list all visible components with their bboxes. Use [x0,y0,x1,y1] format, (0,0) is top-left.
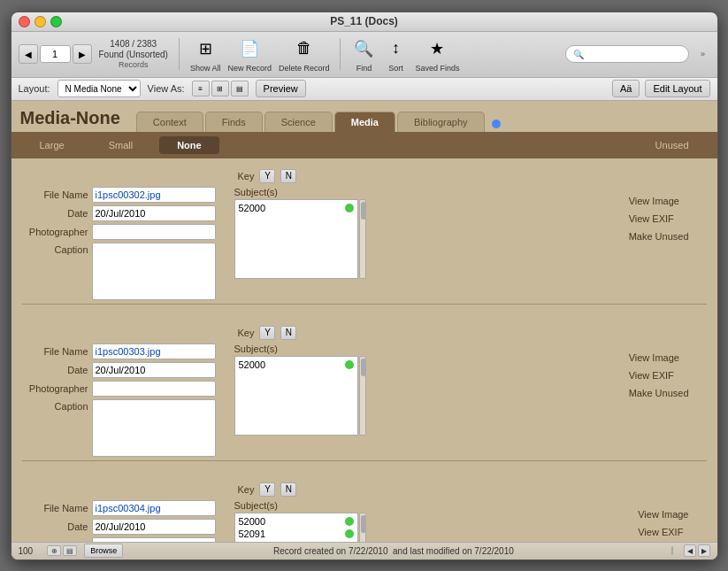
filename-input-0[interactable] [92,187,216,203]
layout-bar: Layout: N Media None View As: ≡ ⊞ ▤ Prev… [11,78,717,101]
action-link-2-0[interactable]: View Image [638,509,688,520]
caption-textarea-1[interactable] [92,399,216,457]
subjects-scrollbar-2[interactable] [359,513,366,542]
filename-input-1[interactable] [92,343,216,359]
record-block-2: Key Y N File Name Date Photographer Capt… [22,479,707,542]
preview-button[interactable]: Preview [256,80,306,97]
action-link-0-2[interactable]: Make Unused [629,231,689,242]
font-size-button[interactable]: Aä [612,80,640,97]
saved-finds-button[interactable]: ★ Saved Finds [415,36,459,73]
key-y-button-0[interactable]: Y [259,169,275,183]
close-button[interactable] [19,16,30,27]
sort-button[interactable]: ↕ Sort [383,36,408,73]
date-input-2[interactable] [92,519,216,535]
tab-context[interactable]: Context [136,112,203,132]
zoom-level: 100 [19,546,34,556]
new-record-button[interactable]: 📄 New Record [227,36,272,73]
layout-label: Layout: [19,83,50,94]
filename-input-2[interactable] [92,500,216,516]
tab-media[interactable]: Media [334,112,395,132]
action-link-1-1[interactable]: View EXIF [629,370,689,381]
photographer-input-1[interactable] [92,381,216,397]
tab-bar: Media-None Context Finds Science Media B… [11,101,717,132]
delete-record-button[interactable]: 🗑 Delete Record [279,36,330,73]
view-icons: ≡ ⊞ ▤ [192,81,249,96]
view-grid-button[interactable]: ⊞ [211,81,229,96]
layout-select[interactable]: N Media None [57,80,141,97]
sub-tab-large[interactable]: Large [22,136,82,154]
new-record-label: New Record [227,64,272,73]
filename-label-0: File Name [22,189,88,200]
delete-record-label: Delete Record [279,64,330,73]
sort-label: Sort [388,64,403,73]
show-all-button[interactable]: ⊞ Show All [190,36,221,73]
sub-tab-small[interactable]: Small [91,136,151,154]
view-table-button[interactable]: ▤ [231,81,249,96]
subjects-label-2: Subject(s) [234,500,366,511]
key-n-button-1[interactable]: N [280,326,296,340]
layout-icon[interactable]: ▤ [63,545,77,556]
action-link-2-1[interactable]: View EXIF [638,527,688,537]
search-input[interactable] [587,50,681,59]
expand-button[interactable]: » [696,47,710,61]
caption-label-0: Caption [22,243,88,255]
scroll-arrows: ◀ ▶ [684,544,710,557]
key-y-button-2[interactable]: Y [259,482,275,497]
layout-bar-right: Aä Edit Layout [612,80,710,97]
subjects-area-0: Subject(s) 52000 [234,187,366,300]
photographer-row-1: Photographer [22,381,226,397]
key-row-1: Key Y N [22,326,707,340]
caption-area-1: Caption [22,399,226,457]
nav-back-button[interactable]: ◀ [19,44,38,64]
action-link-0-0[interactable]: View Image [629,196,689,206]
subjects-list-2[interactable]: 52000 52091 52092 [234,513,358,542]
main-content: Key Y N File Name Date Photographer Capt… [11,158,717,542]
find-button[interactable]: 🔍 Find [351,36,376,73]
title-bar: PS_11 (Docs) [11,12,717,32]
date-label-2: Date [22,521,88,532]
key-label-1: Key [238,328,255,338]
key-n-button-0[interactable]: N [280,169,296,183]
date-label-0: Date [22,208,88,219]
subjects-scrollbar-0[interactable] [359,199,366,279]
minimize-button[interactable] [34,16,46,27]
date-input-1[interactable] [92,362,216,378]
sub-tab-unused[interactable]: Unused [638,136,707,154]
tab-finds[interactable]: Finds [205,112,263,132]
maximize-button[interactable] [50,16,62,27]
subject-value-2-0: 52000 [239,516,266,527]
fields-row-2: File Name Date Photographer Caption Subj… [22,500,707,542]
view-list-button[interactable]: ≡ [192,81,210,96]
tab-bibliography[interactable]: Bibliography [397,112,485,132]
photographer-input-0[interactable] [92,224,216,240]
subjects-scrollbar-1[interactable] [359,356,366,436]
nav-forward-button[interactable]: ▶ [73,44,92,64]
filename-label-2: File Name [22,503,88,513]
key-y-button-1[interactable]: Y [259,326,275,340]
subjects-list-1[interactable]: 52000 [234,356,358,436]
sub-tab-none[interactable]: None [159,136,219,154]
divider-1 [179,38,180,70]
record-number-input[interactable]: 1 [40,45,71,63]
key-n-button-2[interactable]: N [280,482,296,497]
tab-science[interactable]: Science [264,112,333,132]
action-link-0-1[interactable]: View EXIF [629,213,689,224]
caption-textarea-0[interactable] [92,243,216,300]
edit-layout-button[interactable]: Edit Layout [645,80,709,97]
action-link-1-0[interactable]: View Image [629,352,689,363]
subject-dot-2-0 [345,517,354,526]
photographer-label-1: Photographer [22,383,88,394]
page-title: Media-None [20,108,120,132]
caption-area-0: Caption [22,243,226,300]
scroll-right-button[interactable]: ▶ [698,544,710,557]
key-row-2: Key Y N [22,482,707,497]
search-box: 🔍 [565,45,689,63]
zoom-icon[interactable]: ⊕ [47,545,61,556]
subject-value-2-2: 52092 [239,541,266,542]
date-input-0[interactable] [92,205,216,221]
browse-mode-button[interactable]: Browse [84,544,123,558]
find-label: Find [356,64,372,73]
subjects-list-0[interactable]: 52000 [234,199,358,279]
action-link-1-2[interactable]: Make Unused [629,388,689,398]
scroll-left-button[interactable]: ◀ [684,544,696,557]
